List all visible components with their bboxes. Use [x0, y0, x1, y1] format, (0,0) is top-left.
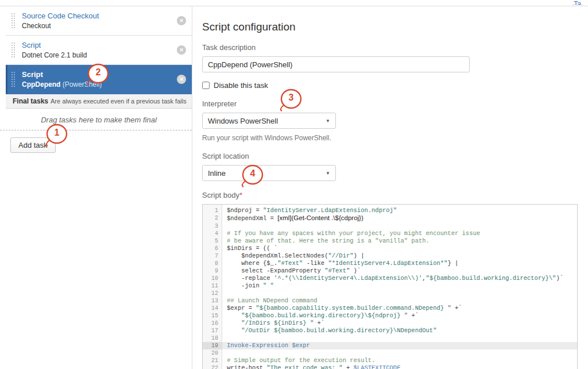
drag-tasks-dropzone[interactable]: Drag tasks here to make them final: [6, 109, 192, 130]
code-line: 4# If you have any spaces withn your pro…: [203, 230, 577, 237]
task-item[interactable]: Source Code CheckoutCheckout✕: [6, 6, 192, 36]
page-title: Script configuration: [202, 21, 581, 33]
caret-down-icon: ▼: [326, 118, 330, 124]
line-number: 15: [203, 312, 222, 320]
code-text: $ndependXml.SelectNodes("//Dir") |: [222, 252, 577, 260]
final-tasks-label: Final tasks: [13, 97, 48, 105]
code-text: where {$_."#Text" -like "*IdentityServer…: [222, 260, 577, 267]
line-number: 2: [203, 214, 222, 222]
line-number: 14: [203, 305, 222, 312]
code-line: 1$ndproj = "IdentityServer.LdapExtension…: [203, 207, 577, 214]
code-line: 7 $ndependXml.SelectNodes("//Dir") |: [203, 252, 577, 260]
code-text: # If you have any spaces withn your proj…: [222, 230, 577, 237]
drag-handle-icon[interactable]: [11, 42, 16, 58]
task-subtitle: CppDepend (PowerShell): [22, 80, 172, 89]
code-text: write-host "The exit code was: " + $LAST…: [222, 364, 577, 369]
task-sidebar: Source Code CheckoutCheckout✕ScriptDotne…: [0, 6, 192, 369]
line-number: 13: [203, 297, 222, 305]
clipped-top-link[interactable]: Ta: [572, 0, 582, 5]
code-line: 15 "${bamboo.build.working.directory}\${…: [203, 312, 577, 320]
task-subtitle: Checkout: [22, 22, 172, 30]
final-tasks-note: Are always executed even if a previous t…: [51, 98, 187, 105]
line-number: 6: [203, 245, 222, 252]
script-location-label: Script location: [202, 152, 581, 160]
code-text: [222, 335, 577, 342]
script-body-label: Script body*: [202, 191, 581, 199]
add-task-button[interactable]: Add task: [10, 137, 56, 153]
caret-down-icon: ▼: [326, 171, 330, 176]
line-number: 4: [203, 230, 222, 237]
code-line: 22write-host "The exit code was: " + $LA…: [203, 364, 577, 369]
remove-task-button[interactable]: ✕: [177, 16, 186, 25]
disable-task-checkbox[interactable]: [202, 82, 210, 89]
disable-task-label: Disable this task: [214, 81, 268, 90]
line-number: 5: [203, 237, 222, 245]
code-text: "/InDirs ${inDirs} " +`: [222, 320, 577, 327]
line-number: 21: [203, 357, 222, 364]
code-line: 10 -replace '^.*(\\IdentityServer4\.Ldap…: [203, 275, 577, 282]
drag-handle-icon[interactable]: [11, 13, 16, 29]
code-text: -join " ": [222, 282, 577, 290]
line-number: 19: [203, 342, 222, 349]
interpreter-label: Interpreter: [202, 99, 581, 108]
code-line: 3: [203, 222, 577, 230]
task-list: Source Code CheckoutCheckout✕ScriptDotne…: [6, 6, 192, 94]
code-line: 11 -join " ": [203, 282, 577, 290]
interpreter-selected-value: Windows PowerShell: [208, 117, 278, 125]
line-number: 18: [203, 335, 222, 342]
code-text: $expr = "${bamboo.capability.system.buil…: [222, 305, 577, 312]
code-line: 2$ndependXml = [xml](Get-Content .\${cdp…: [203, 214, 577, 222]
code-text: # Simple output for the execution result…: [222, 357, 577, 364]
code-text: $ndproj = "IdentityServer.LdapExtension.…: [222, 207, 577, 214]
line-number: 3: [203, 222, 222, 230]
code-text: "/OutDir ${bamboo.build.working.director…: [222, 327, 577, 335]
line-number: 8: [203, 260, 222, 267]
script-body-editor[interactable]: 1$ndproj = "IdentityServer.LdapExtension…: [202, 204, 578, 369]
disable-task-row: Disable this task: [202, 81, 581, 90]
interpreter-help-text: Run your script with Windows PowerShell.: [202, 134, 581, 142]
drag-handle-icon[interactable]: [11, 71, 16, 87]
required-asterisk: *: [239, 191, 242, 199]
line-number: 22: [203, 364, 222, 369]
line-number: 9: [203, 267, 222, 275]
task-title: Script: [22, 70, 172, 79]
code-line: 20: [203, 349, 577, 357]
line-number: 7: [203, 252, 222, 260]
code-text: [222, 349, 577, 357]
code-text: [222, 290, 577, 297]
code-line: 13## Launch NDepend command: [203, 297, 577, 305]
task-item[interactable]: ScriptDotnet Core 2.1 build✕: [6, 36, 192, 65]
editor-lines: 1$ndproj = "IdentityServer.LdapExtension…: [203, 207, 577, 369]
code-line: 5# be aware of that. Here the string is …: [203, 237, 577, 245]
code-text: $inDirs = (( `: [222, 245, 577, 252]
line-number: 12: [203, 290, 222, 297]
task-description-input[interactable]: [202, 56, 470, 72]
line-number: 20: [203, 349, 222, 357]
task-configuration-page: Ta Source Code CheckoutCheckout✕ScriptDo…: [0, 0, 588, 369]
script-location-select[interactable]: Inline ▼: [202, 165, 336, 181]
script-configuration-panel: Script configuration Task description Di…: [202, 6, 581, 369]
remove-task-button[interactable]: ✕: [177, 45, 186, 55]
code-text: Invoke-Expression $expr: [222, 342, 577, 349]
task-subtitle-note: (PowerShell): [60, 80, 102, 89]
code-text: $ndependXml = [xml](Get-Content .\${cdpr…: [222, 214, 577, 222]
interpreter-select[interactable]: Windows PowerShell ▼: [202, 113, 336, 129]
code-line: 6$inDirs = (( `: [203, 245, 577, 252]
code-line: 14$expr = "${bamboo.capability.system.bu…: [203, 305, 577, 312]
code-text: "${bamboo.build.working.directory}\${ndp…: [222, 312, 577, 320]
code-line: 8 where {$_."#Text" -like "*IdentityServ…: [203, 260, 577, 267]
code-text: [222, 222, 577, 230]
code-text: select -ExpandProperty "#Text" )`: [222, 267, 577, 275]
remove-task-button[interactable]: ✕: [177, 75, 186, 84]
line-number: 16: [203, 320, 222, 327]
line-number: 17: [203, 327, 222, 335]
task-subtitle: Dotnet Core 2.1 build: [22, 51, 172, 59]
task-item[interactable]: ScriptCppDepend (PowerShell)✕: [6, 65, 192, 94]
line-number: 11: [203, 282, 222, 290]
final-tasks-bar: Final tasksAre always executed even if a…: [6, 94, 192, 109]
code-line: 19Invoke-Expression $expr: [203, 342, 577, 349]
code-line: 9 select -ExpandProperty "#Text" )`: [203, 267, 577, 275]
line-number: 10: [203, 275, 222, 282]
code-line: 16 "/InDirs ${inDirs} " +`: [203, 320, 577, 327]
code-line: 21# Simple output for the execution resu…: [203, 357, 577, 364]
